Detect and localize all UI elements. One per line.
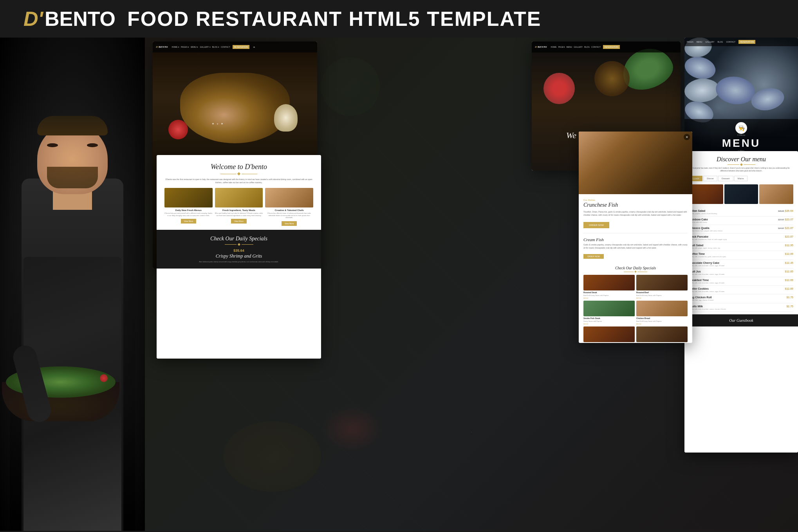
tab-dinner[interactable]: Dinner: [703, 176, 717, 181]
dg-diamond: [634, 271, 637, 273]
feature-3-title: Creative & Talented Chefs: [265, 209, 313, 211]
brand-d-letter: D': [23, 7, 43, 31]
h2-nav-contact[interactable]: CONTACT: [591, 46, 601, 48]
h2-nav-menu[interactable]: MENU: [566, 46, 572, 48]
menu-item-2: Cream Fish Garlic & smoke paprika, cream…: [583, 233, 688, 262]
dg-img-2: [636, 275, 688, 290]
menu-detail-inner: ✕ Our Dishes Crunchese Fish Troutfish, O…: [579, 132, 692, 343]
divider-diamond: [237, 172, 240, 175]
dml-price-4: $23.87: [785, 235, 793, 238]
chef-panel: Duly: [0, 38, 145, 531]
dg-img-6: [636, 326, 688, 342]
feature-2-title: Fresh Ingredient, Tasty Meals: [215, 209, 263, 211]
dml-name-1: Indian Salad: [689, 209, 776, 212]
chef-eye-left: [47, 143, 58, 147]
dg-item-1-price: $30.64: [583, 297, 635, 299]
feature-1-btn[interactable]: View More: [181, 219, 197, 224]
feature-2-btn[interactable]: View More: [231, 219, 247, 224]
nav-reservation[interactable]: RESERVATION: [233, 45, 249, 49]
dml-desc-8: Vanilla, milk, dark chocolate, carnes, e…: [689, 273, 783, 275]
dml-desc-12: Vanilla, milk, dark chocolate, carnes, t…: [689, 308, 784, 310]
dml-name-5: Fruit Salad: [689, 244, 783, 247]
dg-item-2: Roasted Beef Beef Grill Honey Sauce with…: [636, 275, 688, 299]
dml-name-4: Black Pancake: [689, 235, 783, 238]
dg-item-3: Smoke Fish Steak Honey Sauce with Papric…: [583, 301, 635, 325]
dml-name-7: Chocolate Cherry Cake: [689, 261, 783, 264]
h2-reservation[interactable]: RESERVATION: [603, 45, 620, 49]
dg-item-3-title: Smoke Fish Steak: [583, 317, 635, 319]
menu-detail-header-img: ✕: [579, 132, 692, 194]
feature-grid: Daily New Fresh Menus D'bento help you t…: [164, 188, 313, 226]
order-now-btn-2[interactable]: ORDER NOW: [583, 254, 604, 259]
h2-nav-gallery[interactable]: GALLERY: [574, 46, 583, 48]
dg-title: Check Our Daily Specials: [583, 266, 688, 270]
nav-menu[interactable]: MENU ▾: [191, 46, 198, 48]
dml-left-3: Tobasco Qualia Chicken breast, ham, pepp…: [689, 227, 776, 232]
menu-overlay: 👨‍🍳 ≡ Menu MENU ≡ Menu: [684, 119, 798, 155]
dml-price-5: $12.95: [785, 244, 793, 247]
dml-item-9: Breakfast Time Vanilla, milk, dark choco…: [689, 277, 793, 286]
discover-desc: Everyone has taste, even if they don't r…: [684, 167, 798, 173]
order-now-btn[interactable]: ORDER NOW: [583, 222, 609, 228]
discover-title: Discover Our menu: [684, 151, 798, 164]
divider-line-right: [242, 174, 257, 174]
nav-home[interactable]: HOME ▾: [172, 46, 179, 48]
nav-hamburger[interactable]: ≡: [253, 45, 255, 49]
welcome-title: Welcome to D'bento: [164, 163, 313, 171]
hero-1-bread: [180, 73, 290, 143]
tab-mains[interactable]: Mains: [734, 176, 747, 181]
feature-3-desc: D'bento has offered a team of culinary p…: [265, 212, 313, 219]
menu-item-title: Crunchese Fish: [583, 202, 688, 208]
dml-item-2: Rainbow Cake Rainbow cake with honey. $2…: [689, 216, 793, 225]
feature-3-btn[interactable]: View More: [282, 221, 297, 226]
ds-price: $35.64: [164, 249, 313, 252]
h3-gallery[interactable]: GALLERY: [706, 41, 715, 43]
menu-category: Our Dishes: [583, 199, 688, 201]
dg-item-2-title: Roasted Beef: [636, 291, 688, 294]
h2-nav-blog[interactable]: BLOG: [584, 46, 590, 48]
h3-pages[interactable]: PAGES: [687, 41, 693, 43]
dml-name-9: Breakfast Time: [689, 279, 783, 281]
discover-tabs: Lunch Dinner Dessert Mains: [684, 176, 798, 181]
dg-item-4-title: Chicken Bread: [636, 317, 688, 319]
nav-blog[interactable]: BLOG ▾: [212, 46, 219, 48]
hero-3-inner: PAGES MENU GALLERY BLOG CONTACT RESERVAT…: [684, 38, 798, 155]
dg-item-4-price: $30.64: [636, 323, 688, 325]
seed-3: [221, 123, 223, 124]
oyster-3: [684, 77, 720, 104]
h3-reservation[interactable]: RESERVATION: [738, 40, 755, 44]
h3-blog[interactable]: BLOG: [718, 41, 723, 43]
nav-gallery[interactable]: GALLERY ▾: [200, 46, 210, 48]
feature-2-desc: Who said healthy food can't also be deli…: [215, 212, 263, 216]
dml-left-4: Black Pancake Vanilla, milk, strawberrie…: [689, 235, 783, 240]
dml-desc-1: Tomato, paprika, canola oil with Bombay: [689, 213, 776, 215]
dg-item-2-desc: Beef Grill Honey Sauce with Paprica: [636, 294, 688, 296]
dml-desc-3: Chicken breast, ham, pepper, with swiss …: [689, 230, 776, 232]
h2-nav-pages[interactable]: PAGES: [558, 46, 565, 48]
header: D' BENTO FOOD RESTAURANT HTML5 TEMPLATE: [0, 0, 798, 38]
feature-3-img: [265, 188, 313, 207]
dg-item-2-price: $30.64: [636, 297, 688, 299]
menu-icon-row: 👨‍🍳: [688, 122, 795, 134]
dg-item-4: Chicken Bread Beef Grill Honey Sauce wit…: [636, 301, 688, 325]
h2-nav-home[interactable]: HOME: [551, 46, 557, 48]
hero-2-nav: D'BENTO HOME PAGES MENU GALLERY BLOG CON…: [532, 41, 681, 52]
close-button[interactable]: ✕: [684, 134, 690, 140]
h3-contact[interactable]: CONTACT: [726, 41, 735, 43]
h3-menu[interactable]: MENU: [697, 41, 702, 43]
dml-item-10: Butter Cookies Vanilla, milk, dark choco…: [689, 286, 793, 294]
nav-pages[interactable]: PAGES ▾: [181, 46, 189, 48]
disc-diamond: [740, 163, 742, 166]
dg-item-3-desc: Honey Sauce with Paprica: [583, 320, 635, 322]
discover-inner: Discover Our menu Everyone has taste, ev…: [684, 151, 798, 453]
dml-item-1: Indian Salad Tomato, paprika, canola oil…: [689, 208, 793, 216]
feature-3: Creative & Talented Chefs D'bento has of…: [265, 188, 313, 226]
feature-1-title: Daily New Fresh Menus: [164, 209, 213, 211]
tab-dessert[interactable]: Dessert: [718, 176, 733, 181]
nav-contact[interactable]: CONTACT: [221, 46, 230, 48]
discover-divider: [684, 164, 798, 166]
dg-img-4: [636, 301, 688, 316]
dg-img-1: [583, 275, 635, 290]
dml-price-8: $12.85: [785, 270, 793, 273]
discover-menu-list: Indian Salad Tomato, paprika, canola oil…: [684, 208, 798, 312]
